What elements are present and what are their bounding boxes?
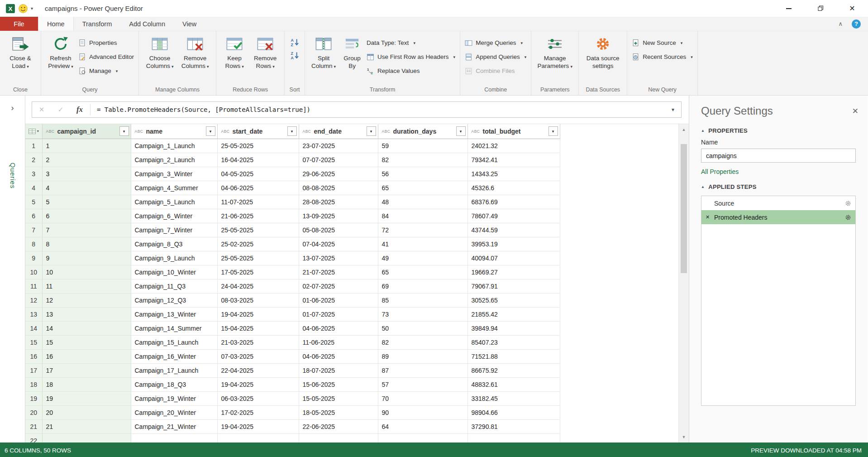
cell[interactable]: 04-06-2025 [217, 181, 299, 195]
step-settings-gear-icon[interactable] [845, 200, 851, 207]
column-header-start_date[interactable]: ABCstart_date▾ [217, 124, 299, 139]
split-column-button[interactable]: Split Column▾ [310, 34, 338, 70]
column-header-end_date[interactable]: ABCend_date▾ [299, 124, 378, 139]
filter-button[interactable]: ▾ [206, 126, 215, 136]
filter-button[interactable]: ▾ [548, 126, 558, 136]
cell[interactable]: Campaign_3_Winter [131, 167, 217, 181]
cell[interactable]: 65 [378, 181, 467, 195]
cell[interactable]: 6 [42, 209, 131, 223]
step-settings-gear-icon[interactable] [845, 214, 851, 221]
cell[interactable]: Campaign_14_Summer [131, 321, 217, 335]
cell[interactable]: 17-05-2025 [217, 265, 299, 279]
row-number[interactable]: 5 [25, 195, 42, 209]
cell[interactable]: 11-06-2025 [299, 335, 378, 349]
cell[interactable]: 85 [378, 293, 467, 307]
cell[interactable]: 24-04-2025 [217, 279, 299, 293]
cell[interactable]: Campaign_20_Winter [131, 405, 217, 419]
row-number[interactable]: 9 [25, 251, 42, 265]
merge-queries-button[interactable]: Merge Queries ▾ [465, 38, 526, 48]
cell[interactable]: 17 [42, 363, 131, 377]
column-header-name[interactable]: ABCname▾ [131, 124, 217, 139]
cell[interactable]: 2 [42, 153, 131, 167]
filter-button[interactable]: ▾ [119, 126, 129, 136]
scroll-up-button[interactable]: ▲ [679, 125, 689, 134]
row-number[interactable]: 11 [25, 279, 42, 293]
collapse-ribbon-icon[interactable]: ∧ [838, 20, 843, 27]
cell[interactable]: Campaign_19_Winter [131, 391, 217, 405]
row-number[interactable]: 10 [25, 265, 42, 279]
cell[interactable]: 9 [42, 251, 131, 265]
use-first-row-as-headers-button[interactable]: Use First Row as Headers ▾ [367, 52, 455, 62]
cell[interactable]: 05-08-2025 [299, 223, 378, 237]
cell[interactable]: 85407.23 [467, 335, 560, 349]
cell[interactable]: 86675.92 [467, 363, 560, 377]
cell[interactable]: 56 [378, 167, 467, 181]
cell[interactable]: 18-07-2025 [299, 363, 378, 377]
expand-queries-pane-button[interactable]: › [11, 104, 14, 112]
row-number[interactable]: 14 [25, 321, 42, 335]
cell[interactable] [217, 433, 299, 443]
cell[interactable]: Campaign_15_Launch [131, 335, 217, 349]
cell[interactable]: Campaign_17_Launch [131, 363, 217, 377]
cell[interactable]: 22-04-2025 [217, 363, 299, 377]
cell[interactable]: 87 [378, 363, 467, 377]
cell[interactable] [378, 433, 467, 443]
cell[interactable]: 25-05-2025 [217, 251, 299, 265]
cell[interactable]: 04-05-2025 [217, 167, 299, 181]
cell[interactable]: 71521.88 [467, 349, 560, 363]
cell[interactable]: 49 [378, 251, 467, 265]
tab-file[interactable]: File [0, 17, 38, 31]
cell[interactable]: 12 [42, 293, 131, 307]
cell[interactable]: 98904.66 [467, 405, 560, 419]
cell[interactable]: 25-02-2025 [217, 237, 299, 251]
cell[interactable]: 45326.6 [467, 181, 560, 195]
cell[interactable]: 59 [378, 139, 467, 153]
cell[interactable]: 10 [42, 265, 131, 279]
cell[interactable]: 22-06-2025 [299, 419, 378, 433]
close-panel-icon[interactable]: ✕ [852, 106, 858, 116]
cell[interactable]: 90 [378, 405, 467, 419]
close-and-load-button[interactable]: Close & Load▾ [5, 34, 36, 70]
formula-commit-button[interactable]: ✓ [51, 106, 70, 114]
row-number[interactable]: 4 [25, 181, 42, 195]
cell[interactable]: 04-06-2025 [299, 349, 378, 363]
cell[interactable]: 84 [378, 209, 467, 223]
cell[interactable]: 72 [378, 223, 467, 237]
cell[interactable]: 89 [378, 349, 467, 363]
expand-formula-bar-icon[interactable]: ▾ [665, 106, 681, 113]
row-number[interactable]: 18 [25, 377, 42, 391]
replace-values-button[interactable]: 1 2 Replace Values [367, 66, 455, 76]
cell[interactable]: 4 [42, 181, 131, 195]
minimize-button[interactable] [773, 0, 805, 17]
cell[interactable]: 11 [42, 279, 131, 293]
scrollbar-thumb[interactable] [681, 144, 687, 273]
row-number[interactable]: 2 [25, 153, 42, 167]
scroll-down-button[interactable]: ▼ [679, 433, 689, 442]
cell[interactable]: Campaign_12_Q3 [131, 293, 217, 307]
cell[interactable]: 19-04-2025 [217, 377, 299, 391]
cell[interactable]: 7 [42, 223, 131, 237]
query-name-input[interactable] [701, 149, 856, 163]
close-window-button[interactable]: ✕ [836, 0, 868, 17]
cell[interactable]: 48 [378, 195, 467, 209]
row-number[interactable]: 16 [25, 349, 42, 363]
cell[interactable]: Campaign_8_Q3 [131, 237, 217, 251]
cell[interactable]: 19-04-2025 [217, 307, 299, 321]
cell[interactable]: 18 [42, 377, 131, 391]
cell[interactable]: 18-05-2025 [299, 405, 378, 419]
cell[interactable]: 19669.27 [467, 265, 560, 279]
formula-fx-button[interactable]: fx [70, 105, 89, 114]
cell[interactable]: 73 [378, 307, 467, 321]
cell[interactable]: 21-06-2025 [217, 209, 299, 223]
cell[interactable]: 68376.69 [467, 195, 560, 209]
vertical-scrollbar[interactable]: ▲ ▼ [678, 124, 689, 443]
cell[interactable]: 1 [42, 139, 131, 153]
cell[interactable]: 01-06-2025 [299, 293, 378, 307]
cell[interactable] [467, 433, 560, 443]
filter-button[interactable]: ▾ [367, 126, 376, 136]
group-by-button[interactable]: Group By [340, 34, 364, 70]
formula-cancel-button[interactable]: ✕ [32, 106, 51, 114]
all-properties-link[interactable]: All Properties [689, 163, 868, 176]
row-number[interactable]: 3 [25, 167, 42, 181]
remove-rows-button[interactable]: Remove Rows▾ [251, 34, 280, 70]
